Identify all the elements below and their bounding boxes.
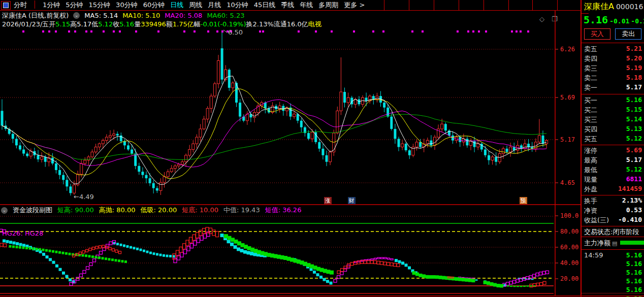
svg-text:预: 预 bbox=[521, 197, 526, 204]
stat-row: 收益(三)-0.410 bbox=[582, 216, 644, 225]
svg-text:60.00: 60.00 bbox=[560, 244, 578, 251]
stat-row: 外盘141459 bbox=[582, 185, 644, 194]
stat-row: 最高5.17 bbox=[582, 156, 644, 165]
buy-button[interactable]: 买入 bbox=[584, 28, 610, 40]
ask-row: 卖三5.19 bbox=[582, 64, 644, 73]
stat-row: 现量6811 bbox=[582, 175, 644, 184]
ask-row: 卖五5.21 bbox=[582, 45, 644, 54]
ask-row: 卖四5.20 bbox=[582, 54, 644, 63]
last-price: 5.16-0.01-0.19 bbox=[584, 14, 644, 26]
bid-row: 买二5.15 bbox=[582, 106, 644, 115]
panel-divider bbox=[582, 249, 644, 250]
svg-text:80.00: 80.00 bbox=[560, 228, 578, 235]
panel-divider bbox=[582, 237, 644, 237]
svg-text:100.0: 100.0 bbox=[560, 212, 578, 219]
svg-text:4.65: 4.65 bbox=[560, 179, 575, 186]
stat-row: 最低5.12 bbox=[582, 166, 644, 175]
indicator-param: 短底: 10.00 bbox=[182, 206, 218, 215]
panel-divider bbox=[582, 145, 644, 145]
bid-row: 买三5.14 bbox=[582, 115, 644, 124]
svg-text:财: 财 bbox=[349, 197, 355, 204]
svg-text:涨: 涨 bbox=[325, 197, 331, 204]
svg-text:5.17: 5.17 bbox=[560, 136, 575, 143]
indicator-param: 资金波段副图 bbox=[13, 206, 52, 215]
ask-row: 卖二5.18 bbox=[582, 74, 644, 83]
stock-name: 深康佳A000016 bbox=[584, 2, 643, 12]
main-net-row: 主力净额 ▤ bbox=[584, 239, 617, 248]
stock-code: 000016 bbox=[616, 3, 643, 11]
tick-row: 5.16 bbox=[582, 260, 644, 269]
tick-row: 5.16 bbox=[582, 277, 644, 286]
main-chart-canvas: 6.265.695.174.65100.080.0060.0040.0020.0… bbox=[0, 0, 581, 297]
svg-text:6.50: 6.50 bbox=[228, 28, 243, 36]
sell-button[interactable]: 卖出 bbox=[615, 28, 641, 40]
stat-row: 涨停5.69 bbox=[582, 146, 644, 155]
price-change: -0.01 bbox=[609, 17, 629, 25]
trading-app-window: 分时1分钟5分钟15分钟30分钟60分钟日线周线月线10分钟45日线季线年线多周… bbox=[0, 0, 644, 297]
svg-text:40.00: 40.00 bbox=[560, 259, 578, 267]
svg-text:←4.49: ←4.49 bbox=[74, 193, 94, 201]
indicator-param: 中值: 19.43 bbox=[223, 206, 260, 215]
bid-row: 买一5.16 bbox=[582, 96, 644, 105]
panel-divider bbox=[582, 195, 644, 195]
tick-row: 5.16 bbox=[582, 269, 644, 278]
sub-indicator-header: ⌄资金波段副图短高: 90.00高抛: 80.00低吸: 20.00短底: 10… bbox=[1, 206, 301, 215]
panel-divider bbox=[582, 43, 644, 43]
indicator-param: 短值: 36.26 bbox=[265, 206, 302, 215]
stat-row: 换手2.13% bbox=[582, 196, 644, 206]
list-icon[interactable]: ▤ bbox=[612, 240, 617, 247]
tick-row: 5.16 bbox=[582, 286, 644, 295]
indicator-param: 低吸: 20.00 bbox=[140, 206, 177, 215]
quote-panel: 深康佳A000016 5.16-0.01-0.19 买入 卖出 卖五5.21卖四… bbox=[581, 0, 644, 297]
window-bottom-border bbox=[0, 295, 644, 296]
indicator-param: 短高: 90.00 bbox=[57, 206, 94, 215]
collapse-icon[interactable]: ⌄ bbox=[1, 207, 8, 214]
svg-text:20.00: 20.00 bbox=[560, 275, 578, 282]
bid-row: 买四5.13 bbox=[582, 125, 644, 134]
bid-row: 买五5.12 bbox=[582, 135, 644, 144]
panel-divider bbox=[582, 94, 644, 94]
tick-row: 14:595.16 bbox=[582, 251, 644, 260]
trade-status: 交易状态:闭市阶段 bbox=[584, 227, 639, 237]
stat-row: 净资0.53 bbox=[582, 206, 644, 215]
indicator-param: 高抛: 80.00 bbox=[99, 206, 136, 215]
panel-divider bbox=[582, 226, 644, 226]
ask-row: 卖一5.17 bbox=[582, 83, 644, 92]
price-change-pct: -0.19 bbox=[631, 17, 644, 25]
sub-indicator-series-label: HG26: HG28 bbox=[2, 229, 43, 237]
svg-text:5.69: 5.69 bbox=[560, 94, 575, 101]
net-inflow-bar bbox=[620, 241, 644, 245]
svg-text:6.26: 6.26 bbox=[560, 46, 575, 53]
